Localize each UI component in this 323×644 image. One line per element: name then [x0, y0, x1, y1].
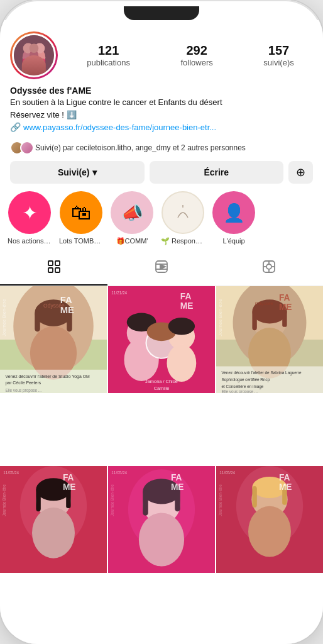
- svg-text:Elle vous propose ...: Elle vous propose ...: [222, 389, 258, 393]
- bio-description: En soutien à la Ligue contre le cancer e…: [10, 97, 313, 108]
- story-item-4[interactable]: 👤 L'équip: [212, 191, 255, 245]
- chevron-down-icon: ▾: [92, 167, 97, 177]
- svg-rect-10: [48, 261, 53, 265]
- grid-post-4[interactable]: FA ME 11/05/24 Journée Bien-être: [0, 466, 107, 573]
- stat-publications: 121 publications: [87, 43, 130, 67]
- svg-text:ME: ME: [279, 303, 292, 313]
- grid-post-5[interactable]: FA ME 11/05/24 Journée Bien-être: [108, 466, 215, 573]
- svg-text:Sophrologue certifiée Rncp: Sophrologue certifiée Rncp: [222, 377, 270, 382]
- story-label-4: L'équip: [222, 237, 244, 245]
- svg-text:Journée Bien-être: Journée Bien-être: [218, 484, 222, 516]
- story-circle-2: 📣: [111, 191, 153, 234]
- stat-followers: 292 followers: [180, 43, 212, 67]
- publications-label: publications: [87, 58, 130, 67]
- suivis-count: 157: [268, 43, 289, 58]
- avatar: [12, 33, 56, 77]
- svg-point-50: [168, 318, 195, 335]
- svg-rect-7: [23, 58, 34, 70]
- svg-rect-30: [35, 312, 40, 332]
- follow-label: Suivi(e): [58, 167, 90, 177]
- action-buttons: Suivi(e) ▾ Écrire ⊕: [0, 161, 323, 184]
- svg-text:Journée Bien-être: Journée Bien-être: [217, 299, 223, 336]
- svg-rect-12: [48, 268, 53, 272]
- svg-point-19: [266, 264, 271, 269]
- avatar-ring: [10, 31, 58, 79]
- svg-rect-89: [143, 490, 148, 515]
- svg-marker-15: [160, 264, 165, 269]
- svg-text:ME: ME: [171, 482, 184, 492]
- followed-by-row: Suivi(e) par ceciletoison.litho, ange_dm…: [0, 141, 323, 155]
- svg-rect-11: [55, 261, 60, 265]
- svg-text:ME: ME: [180, 301, 194, 311]
- svg-rect-63: [282, 311, 287, 328]
- profile-header: 121 publications 292 followers 157 suivi…: [0, 25, 323, 86]
- grid-post-3[interactable]: Journée Bien-être FA ME Odyssée Venez dé…: [216, 286, 323, 393]
- message-label: Écrire: [204, 167, 229, 177]
- svg-text:ME: ME: [63, 482, 76, 492]
- svg-text:FA: FA: [63, 472, 74, 482]
- add-person-icon: ⊕: [296, 166, 305, 179]
- svg-rect-100: [252, 486, 256, 508]
- followers-count: 292: [186, 43, 207, 58]
- link-icon: 🔗: [10, 122, 21, 132]
- svg-text:ME: ME: [279, 482, 292, 492]
- svg-text:Journée Bien-être: Journée Bien-être: [110, 484, 114, 516]
- story-item-3[interactable]: 🌱 Responsa...: [161, 191, 205, 245]
- follow-button[interactable]: Suivi(e) ▾: [10, 161, 145, 184]
- bio-link[interactable]: 🔗 www.payasso.fr/odyssee-des-fame/journe…: [10, 122, 313, 132]
- svg-point-76: [32, 508, 75, 558]
- story-circle-4: 👤: [212, 191, 255, 234]
- story-label-1: Lots TOMBOLA 🎁: [59, 237, 103, 245]
- svg-text:11/21/24: 11/21/24: [111, 291, 127, 295]
- tagged-icon: [261, 259, 276, 278]
- suivis-label: suivi(e)s: [263, 58, 293, 67]
- svg-text:Journée Bien-être: Journée Bien-être: [2, 484, 6, 516]
- grid-icon: [47, 259, 62, 278]
- tab-grid[interactable]: [0, 253, 107, 286]
- bio-link-text: www.payasso.fr/odyssee-des-fame/journee-…: [23, 123, 216, 132]
- svg-text:11/05/24: 11/05/24: [3, 470, 19, 474]
- message-button[interactable]: Écrire: [150, 161, 284, 184]
- stat-suivis: 157 suivi(e)s: [263, 43, 293, 67]
- svg-text:FA: FA: [279, 293, 290, 303]
- story-item-0[interactable]: ✦ Nos actions ❤️: [8, 191, 52, 245]
- tab-tagged[interactable]: [216, 253, 323, 286]
- svg-text:FA: FA: [180, 292, 192, 302]
- phone-frame: 121 publications 292 followers 157 suivi…: [0, 0, 323, 644]
- followed-by-description: Suivi(e) par ceciletoison.litho, ange_dm…: [35, 143, 246, 152]
- bio-cta: Réservez vite ! ⬇️: [10, 109, 313, 121]
- svg-point-98: [248, 506, 291, 557]
- svg-text:Odyssée: Odyssée: [43, 303, 65, 309]
- add-person-button[interactable]: ⊕: [288, 161, 313, 184]
- tab-reels[interactable]: [107, 253, 215, 286]
- story-item-1[interactable]: 🛍 Lots TOMBOLA 🎁: [59, 191, 103, 245]
- svg-text:Jamona / Chloé: Jamona / Chloé: [145, 379, 178, 384]
- svg-text:FA: FA: [279, 472, 290, 482]
- svg-point-6: [30, 43, 39, 53]
- svg-rect-90: [175, 490, 180, 511]
- profile-bio: Odyssée des f'AME En soutien à la Ligue …: [0, 86, 323, 137]
- phone-notch: [124, 6, 199, 20]
- story-item-2[interactable]: 📣 🎁COMM': [111, 191, 153, 245]
- tabs-row: [0, 253, 323, 286]
- phone-screen: 121 publications 292 followers 157 suivi…: [0, 20, 323, 644]
- svg-text:FA: FA: [171, 472, 182, 482]
- svg-point-47: [167, 345, 197, 382]
- svg-text:Journée Bien-être: Journée Bien-être: [1, 299, 7, 336]
- reels-icon: [154, 259, 169, 278]
- svg-text:Camille: Camille: [154, 386, 170, 391]
- stats-row: 121 publications 292 followers 157 suivi…: [68, 43, 313, 67]
- svg-text:et Conseilière en image: et Conseilière en image: [222, 384, 264, 389]
- svg-text:Venez découvrir l'atelier de S: Venez découvrir l'atelier de Sabrina Lag…: [222, 371, 302, 376]
- grid-post-1[interactable]: Journée Bien-être FA ME Odyssée Venez dé…: [0, 286, 107, 393]
- story-circle-3: [162, 191, 204, 234]
- svg-text:Venez découvrir l'atelier de S: Venez découvrir l'atelier de Studio Yoga…: [6, 374, 90, 379]
- stories-row: ✦ Nos actions ❤️ 🛍 Lots TOMBOLA 🎁 📣 🎁COM…: [0, 191, 323, 245]
- photo-grid: Journée Bien-être FA ME Odyssée Venez dé…: [0, 286, 323, 644]
- story-label-2: 🎁COMM': [116, 237, 148, 245]
- grid-post-2[interactable]: Jamona / Chloé Camille FA ME 11/21/24: [108, 286, 215, 393]
- grid-post-6[interactable]: FA ME 11/05/24 Journée Bien-être: [216, 466, 323, 573]
- svg-rect-13: [55, 268, 60, 272]
- svg-point-87: [139, 513, 184, 566]
- story-label-0: Nos actions ❤️: [8, 237, 52, 245]
